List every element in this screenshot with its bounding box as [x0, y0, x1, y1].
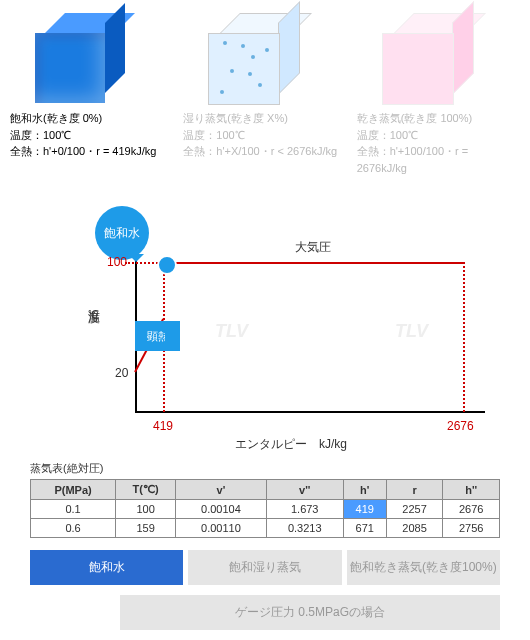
table-header: r [386, 480, 443, 500]
table-cell: 0.1 [31, 500, 116, 519]
steam-table: P(MPa)T(℃)v'v''h'rh'' 0.11000.001041.673… [30, 479, 500, 538]
state-wet-steam: 湿り蒸気(乾き度 X%) 温度：100℃ 全熱：h'+X/100・r < 267… [183, 5, 346, 176]
tab-saturated-water[interactable]: 飽和水 [30, 550, 183, 585]
states-row: 飽和水(乾き度 0%) 温度：100℃ 全熱：h'+0/100・r = 419k… [0, 0, 530, 181]
y-tick-100: 100 [107, 255, 127, 269]
x-tick-419: 419 [153, 419, 173, 433]
state-title: 湿り蒸気(乾き度 X%) [183, 110, 346, 127]
table-header: h' [343, 480, 386, 500]
tab-gauge-pressure[interactable]: ゲージ圧力 0.5MPaGの場合 [120, 595, 500, 630]
bubble-saturated: 飽和水 [95, 206, 149, 260]
table-row: 0.61590.001100.321367120852756 [31, 519, 500, 538]
table-cell: 0.6 [31, 519, 116, 538]
enthalpy-chart: TLV TLV 飽和水 顕熱 大気圧 100 20 温度℃ 419 2676 エ… [15, 191, 515, 451]
state-temp: 温度：100℃ [10, 127, 173, 144]
table-cell: 671 [343, 519, 386, 538]
table-cell: 2085 [386, 519, 443, 538]
state-title: 乾き蒸気(乾き度 100%) [357, 110, 520, 127]
tab-wet-steam[interactable]: 飽和湿り蒸気 [188, 550, 341, 585]
tab-dry-steam[interactable]: 飽和乾き蒸気(乾き度100%) [347, 550, 500, 585]
state-saturated-water: 飽和水(乾き度 0%) 温度：100℃ 全熱：h'+0/100・r = 419k… [10, 5, 173, 176]
table-row: 0.11000.001041.67341922572676 [31, 500, 500, 519]
table-header: h'' [443, 480, 500, 500]
table-header-row: P(MPa)T(℃)v'v''h'rh'' [31, 480, 500, 500]
state-title: 飽和水(乾き度 0%) [10, 110, 173, 127]
table-cell: 2756 [443, 519, 500, 538]
table-cell: 1.673 [266, 500, 343, 519]
table-cell: 419 [343, 500, 386, 519]
table-cell: 0.00110 [176, 519, 267, 538]
x-tick-2676: 2676 [447, 419, 474, 433]
watermark: TLV [395, 321, 428, 342]
state-temp: 温度：100℃ [357, 127, 520, 144]
state-dry-steam: 乾き蒸気(乾き度 100%) 温度：100℃ 全熱：h'+100/100・r =… [357, 5, 520, 176]
table-cell: 2257 [386, 500, 443, 519]
table-cell: 2676 [443, 500, 500, 519]
y-axis-label: 温度℃ [85, 301, 102, 313]
table-header: v'' [266, 480, 343, 500]
table-header: v' [176, 480, 267, 500]
tabs-row: 飽和水 飽和湿り蒸気 飽和乾き蒸気(乾き度100%) [0, 538, 530, 590]
state-temp: 温度：100℃ [183, 127, 346, 144]
arrow-sensible-heat: 顕熱 [135, 321, 180, 351]
table-title: 蒸気表(絶対圧) [30, 461, 500, 476]
chart-point-saturated [157, 255, 177, 275]
state-heat: 全熱：h'+100/100・r = 2676kJ/kg [357, 143, 520, 176]
table-cell: 100 [116, 500, 176, 519]
watermark: TLV [215, 321, 248, 342]
state-heat: 全熱：h'+X/100・r < 2676kJ/kg [183, 143, 346, 160]
table-cell: 0.00104 [176, 500, 267, 519]
atm-label: 大気圧 [295, 239, 331, 256]
table-cell: 0.3213 [266, 519, 343, 538]
y-tick-20: 20 [115, 366, 128, 380]
table-cell: 159 [116, 519, 176, 538]
steam-table-section: 蒸気表(絶対圧) P(MPa)T(℃)v'v''h'rh'' 0.11000.0… [0, 461, 530, 538]
state-heat: 全熱：h'+0/100・r = 419kJ/kg [10, 143, 173, 160]
table-header: T(℃) [116, 480, 176, 500]
x-axis-label: エンタルピー kJ/kg [235, 436, 347, 453]
table-header: P(MPa) [31, 480, 116, 500]
